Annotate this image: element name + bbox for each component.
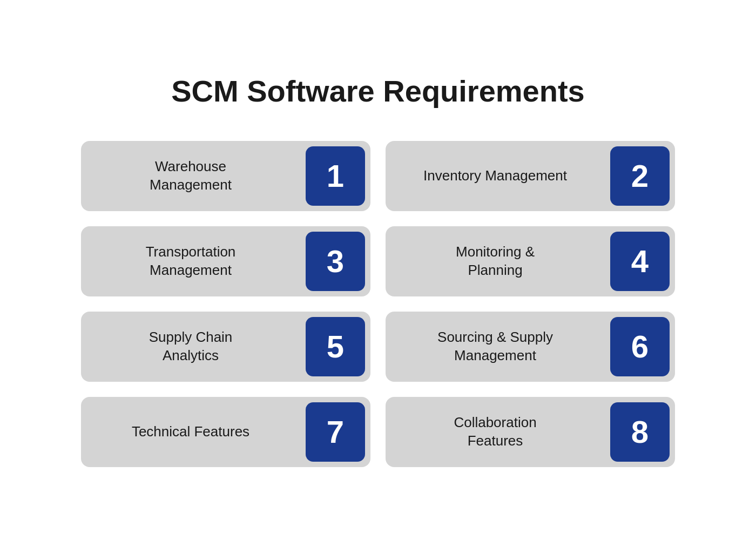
item-number-6: 6: [631, 328, 649, 364]
item-badge-7: 7: [306, 402, 365, 462]
item-number-8: 8: [631, 414, 649, 450]
item-badge-3: 3: [306, 232, 365, 291]
item-pair-4: Monitoring & Planning4: [386, 226, 675, 296]
item-pair-1: Warehouse Management1: [81, 141, 370, 211]
item-badge-4: 4: [610, 232, 670, 291]
item-label-8: Collaboration Features: [386, 399, 605, 465]
item-number-5: 5: [327, 328, 344, 364]
item-badge-5: 5: [306, 317, 365, 376]
item-number-2: 2: [631, 158, 649, 194]
item-badge-1: 1: [306, 146, 365, 206]
item-pair-2: Inventory Management2: [386, 141, 675, 211]
item-label-3: Transportation Management: [81, 228, 300, 295]
item-pair-5: Supply Chain Analytics5: [81, 312, 370, 382]
item-label-2: Inventory Management: [386, 152, 605, 200]
item-label-4: Monitoring & Planning: [386, 228, 605, 295]
item-pair-3: Transportation Management3: [81, 226, 370, 296]
item-pair-7: Technical Features7: [81, 397, 370, 467]
item-pair-6: Sourcing & Supply Management6: [386, 312, 675, 382]
item-number-7: 7: [327, 414, 344, 450]
item-badge-2: 2: [610, 146, 670, 206]
item-number-3: 3: [327, 243, 344, 279]
item-pair-8: Collaboration Features8: [386, 397, 675, 467]
item-label-7: Technical Features: [81, 408, 300, 456]
item-label-6: Sourcing & Supply Management: [386, 313, 605, 380]
item-number-4: 4: [631, 243, 649, 279]
item-badge-8: 8: [610, 402, 670, 462]
item-label-1: Warehouse Management: [81, 143, 300, 210]
item-badge-6: 6: [610, 317, 670, 376]
item-number-1: 1: [327, 158, 344, 194]
requirements-grid: Warehouse Management1Inventory Managemen…: [81, 141, 675, 467]
item-label-5: Supply Chain Analytics: [81, 313, 300, 380]
page-title: SCM Software Requirements: [171, 73, 585, 109]
